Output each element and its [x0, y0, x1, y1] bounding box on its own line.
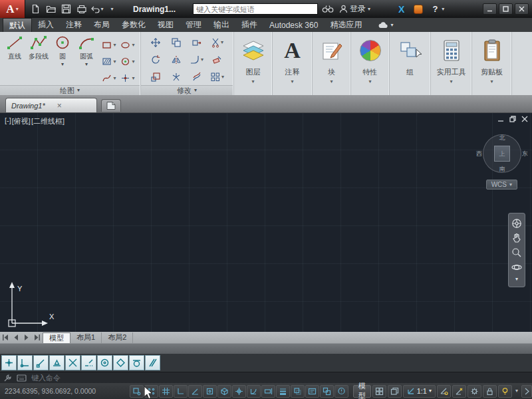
status-menu-dropdown-icon[interactable]: ▾ [513, 388, 520, 394]
undo-dropdown-icon[interactable]: ▾ [100, 7, 103, 12]
isolate-objects-button[interactable] [498, 385, 512, 398]
file-tab-drawing1[interactable]: Drawing1* × [5, 98, 97, 112]
app-menu-button[interactable]: A ▾ [0, 0, 25, 18]
line-tool-button[interactable]: 直线 [3, 34, 27, 86]
ribbon-panel-clipboard[interactable]: 剪贴板 ▾ [472, 32, 512, 95]
search-button[interactable] [321, 2, 335, 16]
viewcube-north-label[interactable]: 北 [499, 134, 505, 142]
layout-tab-layout1[interactable]: 布局1 [70, 332, 102, 343]
boundary-dropdown-icon[interactable]: ▾ [132, 59, 134, 65]
trim-dropdown-icon[interactable]: ▾ [221, 40, 223, 45]
infer-constraints-toggle[interactable] [130, 385, 144, 398]
viewcube-west-label[interactable]: 西 [476, 150, 482, 158]
annotation-autoscale-button[interactable] [452, 385, 466, 398]
layout-tab-layout2[interactable]: 布局2 [102, 332, 133, 343]
viewport-close-icon[interactable] [521, 116, 528, 122]
array-dropdown-icon[interactable]: ▾ [221, 74, 224, 80]
tab-parametric[interactable]: 参数化 [116, 18, 152, 32]
snap-from-tool[interactable] [17, 355, 33, 370]
tab-autodesk360[interactable]: Autodesk 360 [263, 18, 324, 32]
signin-button[interactable]: 登录 ▾ [339, 3, 370, 15]
clean-screen-button[interactable] [521, 385, 532, 398]
arc-tool-button[interactable]: 圆弧 ▾ [74, 34, 98, 86]
viewport-visual-style-control[interactable]: [二维线框] [31, 116, 65, 126]
transparency-toggle[interactable] [291, 385, 305, 398]
trim-tool-button[interactable]: ▾ [207, 34, 227, 51]
polar-tracking-toggle[interactable] [188, 385, 202, 398]
center-snap-tool[interactable] [97, 355, 112, 370]
ribbon-panel-properties[interactable]: 特性 ▾ [351, 32, 390, 95]
zoom-icon[interactable] [511, 247, 522, 258]
rectangle-dropdown-icon[interactable]: ▾ [113, 43, 116, 48]
circle-dropdown-icon[interactable]: ▾ [61, 62, 64, 67]
viewport-minimize-icon[interactable] [497, 116, 504, 122]
pan-icon[interactable] [511, 233, 522, 243]
array-tool-button[interactable]: ▾ [207, 68, 227, 86]
ribbon-panel-annotation[interactable]: A 注释 ▾ [273, 32, 313, 95]
navigation-wheel-icon[interactable] [511, 218, 522, 229]
qat-menu-button[interactable]: ▾ [105, 2, 119, 16]
model-space-toggle[interactable]: 模型 [353, 385, 371, 398]
move-tool-button[interactable] [145, 34, 166, 51]
fillet-dropdown-icon[interactable]: ▾ [201, 57, 203, 63]
command-palette-grip[interactable] [0, 343, 532, 354]
file-tab-close-icon[interactable]: × [57, 101, 62, 110]
point-dropdown-icon[interactable]: ▾ [132, 76, 134, 81]
tab-layout[interactable]: 布局 [88, 18, 116, 32]
mirror-tool-button[interactable] [166, 51, 186, 68]
quick-properties-toggle[interactable] [305, 385, 319, 398]
draw-panel-title[interactable]: 绘图 ▾ [0, 85, 140, 95]
rectangle-tool-button[interactable]: ▾ [100, 37, 118, 53]
quick-view-drawings-button[interactable] [388, 385, 402, 398]
parallel-snap-tool[interactable] [145, 355, 160, 370]
close-button[interactable] [515, 3, 529, 15]
annotation-visibility-button[interactable] [437, 385, 451, 398]
ribbon-options-button[interactable]: ▾ [373, 18, 398, 32]
point-tool-button[interactable]: ▾ [118, 70, 137, 86]
object-snap-tracking-toggle[interactable] [232, 385, 246, 398]
open-file-button[interactable] [44, 2, 58, 16]
offset-tool-button[interactable] [186, 68, 207, 86]
quadrant-snap-tool[interactable] [113, 355, 128, 370]
viewcube[interactable]: 上 北 南 西 东 [483, 134, 521, 173]
save-button[interactable] [59, 2, 73, 16]
first-layout-button[interactable] [0, 332, 11, 342]
hatch-dropdown-icon[interactable]: ▾ [113, 59, 116, 65]
ellipse-tool-button[interactable]: ▾ [118, 37, 137, 53]
tab-plugins[interactable]: 插件 [235, 18, 263, 32]
command-line[interactable]: 键入命令 [0, 372, 532, 383]
viewcube-top-face[interactable]: 上 [494, 146, 510, 162]
ribbon-panel-layers[interactable]: 图层 ▾ [234, 32, 273, 95]
help-dropdown-icon[interactable]: ▾ [442, 7, 444, 12]
3d-object-snap-toggle[interactable] [217, 385, 231, 398]
utilities-dropdown-icon[interactable]: ▾ [450, 79, 452, 84]
quick-view-layouts-button[interactable] [372, 385, 386, 398]
drawing-canvas[interactable]: [-] [俯视] [二维线框] 上 北 南 西 东 WCS ▾ ▾ [0, 113, 532, 332]
clipboard-dropdown-icon[interactable]: ▾ [490, 79, 493, 84]
viewcube-south-label[interactable]: 南 [499, 165, 505, 174]
annotation-scale-button[interactable]: 1:1 ▾ [403, 385, 436, 398]
fillet-tool-button[interactable]: ▾ [186, 51, 207, 68]
tab-annotate[interactable]: 注释 [60, 18, 88, 32]
last-layout-button[interactable] [32, 332, 43, 342]
spline-tool-button[interactable]: ▾ [100, 70, 118, 86]
hatch-tool-button[interactable]: ▾ [100, 53, 118, 70]
tab-home[interactable]: 默认 [3, 18, 32, 32]
layout-tab-model[interactable]: 模型 [43, 332, 70, 343]
minimize-button[interactable] [483, 3, 497, 15]
endpoint-snap-tool[interactable] [33, 355, 49, 370]
viewport-control-minus[interactable]: [-] [5, 116, 11, 126]
viewport-view-control[interactable]: [俯视] [12, 116, 31, 126]
copy-tool-button[interactable] [166, 34, 186, 51]
tab-insert[interactable]: 插入 [32, 18, 60, 32]
layers-dropdown-icon[interactable]: ▾ [251, 79, 254, 84]
erase-tool-button[interactable] [207, 51, 227, 68]
viewcube-east-label[interactable]: 东 [522, 150, 528, 158]
tab-manage[interactable]: 管理 [180, 18, 207, 32]
tab-output[interactable]: 输出 [207, 18, 235, 32]
coordinates-display[interactable]: 2234.6395, 936.0692, 0.0000 [0, 387, 130, 395]
autodesk-exchange-icon[interactable]: X [398, 4, 404, 15]
modify-panel-title[interactable]: 修改 ▾ [141, 85, 233, 95]
intersection-snap-tool[interactable] [65, 355, 80, 370]
spline-dropdown-icon[interactable]: ▾ [113, 76, 116, 81]
